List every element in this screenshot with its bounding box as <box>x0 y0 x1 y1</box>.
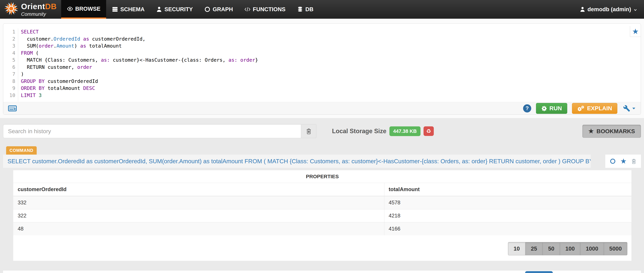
tab-label: SECURITY <box>164 6 193 12</box>
table-cell: 4166 <box>384 222 632 236</box>
command-badge: COMMAND <box>6 146 37 154</box>
code-line[interactable]: MATCH {Class: Customers, as: customer}<-… <box>21 56 258 64</box>
local-storage-group: Local Storage Size 447.38 KB ♻ <box>332 126 434 136</box>
column-header: customerOrderedId <box>13 183 384 196</box>
command-history-block: COMMAND SELECT customer.OrderedId as cus… <box>3 146 641 261</box>
brand-name: Orient <box>21 2 45 11</box>
tab-schema[interactable]: SCHEMA <box>106 0 150 19</box>
circle-icon <box>204 6 210 12</box>
status-footer: Query executed in 0.069 sec. Returned 3 … <box>3 270 641 273</box>
view-switcher: TableRawExplain <box>525 271 636 273</box>
table-cell: 4218 <box>384 209 632 222</box>
tab-browse[interactable]: BROWSE <box>61 0 106 19</box>
code-area[interactable]: 12345678910 SELECT customer.OrderedId as… <box>3 24 641 102</box>
code-line[interactable]: FROM ( <box>21 50 258 57</box>
results-table: PROPERTIES customerOrderedIdtotalAmount … <box>13 170 632 235</box>
delete-command-icon[interactable] <box>631 158 636 164</box>
view-table-button[interactable]: Table <box>525 271 553 273</box>
user-label: demodb (admin) <box>588 6 631 12</box>
page-size-10[interactable]: 10 <box>508 242 526 255</box>
view-raw-button[interactable]: Raw <box>564 271 589 273</box>
code-line[interactable]: SELECT <box>21 28 258 36</box>
results-card: PROPERTIES customerOrderedIdtotalAmount … <box>13 170 632 261</box>
help-icon[interactable]: ? <box>523 104 531 112</box>
view-explain-button[interactable]: Explain <box>600 271 633 273</box>
command-row: SELECT customer.OrderedId as customerOrd… <box>3 154 641 168</box>
tab-functions[interactable]: FUNCTIONS <box>238 0 291 19</box>
line-number: 5 <box>3 56 15 64</box>
nav-tabs: BROWSESCHEMASECURITYGRAPHFUNCTIONSDB <box>61 0 319 19</box>
code-line[interactable]: ORDER BY totalAmount DESC <box>21 85 258 92</box>
page-size-1000[interactable]: 1000 <box>580 242 604 255</box>
table-cell: 48 <box>13 222 384 236</box>
page-size-selector: 10255010010005000 <box>13 242 627 255</box>
table-row[interactable]: 3224218 <box>13 209 632 222</box>
command-actions: ★ <box>605 154 641 168</box>
code-lines[interactable]: SELECT customer.OrderedId as customerOrd… <box>18 28 258 102</box>
code-icon <box>244 6 250 12</box>
line-number: 4 <box>3 50 15 57</box>
navbar: OrientDB Community BROWSESCHEMASECURITYG… <box>0 0 644 19</box>
line-number: 8 <box>3 78 15 85</box>
clear-history-button[interactable] <box>301 124 316 138</box>
storage-size-badge: 447.38 KB <box>390 126 420 136</box>
wrench-icon <box>623 105 630 112</box>
tab-graph[interactable]: GRAPH <box>198 0 238 19</box>
editor-section: 12345678910 SELECT customer.OrderedId as… <box>0 19 644 118</box>
table-row[interactable]: 484166 <box>13 222 632 236</box>
user-menu[interactable]: demodb (admin) <box>580 0 644 19</box>
bookmarks-button[interactable]: ★ BOOKMARKS <box>582 125 641 138</box>
keyboard-shortcuts-icon[interactable] <box>8 105 17 112</box>
orientdb-logo-icon <box>4 2 19 17</box>
page-size-50[interactable]: 50 <box>542 242 560 255</box>
code-line[interactable]: ) <box>21 71 258 78</box>
query-editor[interactable]: 12345678910 SELECT customer.OrderedId as… <box>3 24 641 115</box>
code-line[interactable]: RETURN customer, order <box>21 64 258 71</box>
rerun-icon[interactable] <box>610 158 616 164</box>
editor-footer: ? RUN EXPLAIN <box>3 102 641 114</box>
bookmark-query-button[interactable]: ★ <box>630 26 641 37</box>
tab-db[interactable]: DB <box>291 0 319 19</box>
history-command-text[interactable]: SELECT customer.OrderedId as customerOrd… <box>3 154 591 168</box>
brand-text: OrientDB Community <box>21 2 57 17</box>
history-section: Local Storage Size 447.38 KB ♻ ★ BOOKMAR… <box>0 118 644 261</box>
tab-label: GRAPH <box>213 6 233 12</box>
line-number: 2 <box>3 36 15 43</box>
code-line[interactable]: GROUP BY customerOrderedId <box>21 78 258 85</box>
local-storage-label: Local Storage Size <box>332 128 386 135</box>
bookmarks-label: BOOKMARKS <box>596 128 635 134</box>
page-size-100[interactable]: 100 <box>560 242 580 255</box>
run-label: RUN <box>550 105 562 112</box>
search-input-group <box>3 124 316 138</box>
tab-security[interactable]: SECURITY <box>150 0 198 19</box>
explain-label: EXPLAIN <box>587 105 612 112</box>
bookmark-command-icon[interactable]: ★ <box>620 158 627 165</box>
tab-label: SCHEMA <box>120 6 144 12</box>
table-cell: 332 <box>13 196 384 209</box>
brand-logo[interactable]: OrientDB Community <box>0 0 61 19</box>
user-icon <box>156 6 162 12</box>
line-number: 1 <box>3 28 15 36</box>
page-size-25[interactable]: 25 <box>526 242 543 255</box>
run-button[interactable]: RUN <box>536 103 567 114</box>
tab-label: FUNCTIONS <box>253 6 286 12</box>
table-row[interactable]: 3324578 <box>13 196 632 209</box>
brand-subtitle: Community <box>21 12 57 17</box>
gear-icon <box>541 106 547 111</box>
clear-storage-button[interactable]: ♻ <box>424 126 434 136</box>
code-line[interactable]: LIMIT 3 <box>21 92 258 99</box>
line-number: 9 <box>3 85 15 92</box>
eye-icon <box>67 6 73 12</box>
line-number-gutter: 12345678910 <box>3 28 18 102</box>
code-line[interactable]: SUM(order.Amount) as totalAmount <box>21 42 258 50</box>
code-line[interactable]: customer.OrderedId as customerOrderedId, <box>21 36 258 43</box>
explain-button[interactable]: EXPLAIN <box>572 103 617 114</box>
trash-icon <box>306 128 312 134</box>
line-number: 7 <box>3 71 15 78</box>
query-settings-button[interactable] <box>623 105 636 112</box>
page-size-5000[interactable]: 5000 <box>604 242 627 255</box>
editor-actions: ? RUN EXPLAIN <box>523 103 636 114</box>
search-input[interactable] <box>3 124 301 138</box>
brand-name-db: DB <box>45 2 56 11</box>
column-header: totalAmount <box>384 183 632 196</box>
